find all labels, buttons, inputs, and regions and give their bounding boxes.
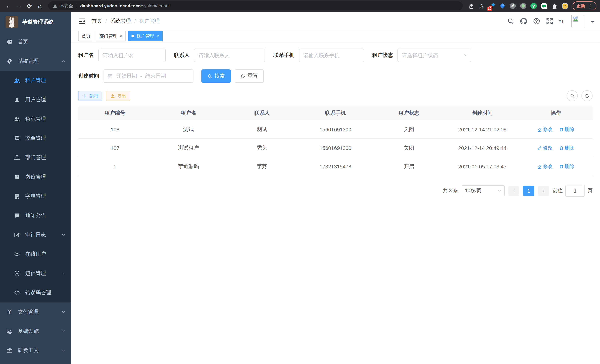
- contact-input[interactable]: [194, 49, 265, 62]
- cell-status: 关闭: [372, 139, 446, 157]
- avatar-caret-icon[interactable]: [591, 21, 594, 24]
- browser-reload-button[interactable]: ⟳: [25, 1, 34, 11]
- date-end-placeholder[interactable]: 结束日期: [145, 73, 166, 79]
- phone-input[interactable]: [299, 49, 364, 62]
- cell-tenant-id: 108: [78, 120, 152, 139]
- table-toolbar: 新增 导出: [78, 90, 593, 101]
- browser-home-button[interactable]: ⌂: [35, 1, 45, 11]
- cell-tenant-id: 1: [78, 157, 152, 176]
- browser-forward-button[interactable]: →: [14, 1, 24, 11]
- status-select-input[interactable]: [397, 49, 471, 62]
- date-start-placeholder[interactable]: 开始日期: [116, 73, 137, 79]
- help-question-icon[interactable]: [533, 18, 540, 25]
- sidebar-item-system[interactable]: 系统管理: [0, 52, 71, 71]
- breadcrumb-home[interactable]: 首页: [92, 18, 102, 25]
- content-area: 租户名 联系人 联系手机 租户状态: [71, 42, 600, 364]
- export-button[interactable]: 导出: [106, 91, 130, 101]
- user-avatar[interactable]: [572, 15, 584, 28]
- add-button[interactable]: 新增: [78, 91, 103, 101]
- search-icon[interactable]: [507, 18, 514, 25]
- github-icon[interactable]: [520, 18, 527, 25]
- breadcrumb-system[interactable]: 系统管理: [110, 18, 131, 25]
- browser-back-button[interactable]: ←: [4, 1, 13, 11]
- filter-row-2: 创建时间 开始日期 - 结束日期 搜索 重置: [78, 69, 593, 83]
- screen: ← → ⟳ ⌂ 不安全 dashboard.yudao.iocoder.cn /…: [0, 0, 600, 364]
- sidebar-item-menu[interactable]: 菜单管理: [0, 129, 71, 148]
- sidebar-item-notice[interactable]: 通知公告: [0, 206, 71, 225]
- delete-link[interactable]: 删除: [559, 163, 574, 170]
- sidebar-item-sms[interactable]: 短信管理: [0, 264, 71, 283]
- profile-avatar-icon[interactable]: [561, 2, 568, 10]
- extension-chat-icon[interactable]: [540, 2, 548, 10]
- sidebar-item-error-code[interactable]: 错误码管理: [0, 283, 71, 302]
- extensions-puzzle-icon[interactable]: [551, 2, 558, 10]
- page-unit-label: 页: [588, 187, 593, 194]
- sidebar-item-infrastructure[interactable]: 基础设施: [0, 322, 71, 341]
- extension-y-icon[interactable]: y: [530, 2, 537, 10]
- edit-link[interactable]: 修改: [537, 145, 553, 151]
- sidebar-item-dept[interactable]: 部门管理: [0, 148, 71, 167]
- extension-command-icon[interactable]: ⌘: [509, 2, 516, 10]
- fullscreen-icon[interactable]: [546, 18, 553, 25]
- audit-log-icon: [14, 232, 20, 238]
- chevron-down-icon: [497, 189, 501, 193]
- url-domain: dashboard.yudao.iocoder.cn: [80, 3, 141, 9]
- delete-link[interactable]: 删除: [559, 126, 574, 133]
- filter-contact: 联系人: [174, 49, 265, 62]
- col-contact: 联系人: [225, 106, 299, 120]
- search-button[interactable]: 搜索: [201, 69, 231, 83]
- sidebar-item-tenant[interactable]: 租户管理: [0, 71, 71, 90]
- next-page-button[interactable]: [538, 186, 549, 196]
- close-icon[interactable]: ×: [156, 34, 159, 38]
- sidebar-item-label: 支付管理: [18, 309, 56, 315]
- reset-button[interactable]: 重置: [234, 69, 264, 83]
- page-size-select[interactable]: 10条/页: [462, 185, 505, 196]
- cell-contact: 秃头: [225, 139, 299, 157]
- sidebar-item-role[interactable]: 角色管理: [0, 110, 71, 129]
- cell-created: 2021-01-05 17:03:47: [446, 157, 519, 176]
- sidebar-item-online-users[interactable]: 在线用户: [0, 244, 71, 264]
- sidebar-item-post[interactable]: 岗位管理: [0, 167, 71, 187]
- tab-tenant[interactable]: 租户管理 ×: [128, 31, 162, 41]
- delete-link[interactable]: 删除: [559, 145, 574, 151]
- app-logo[interactable]: 芋道管理系统: [0, 12, 71, 32]
- sidebar-item-dict[interactable]: 字典管理: [0, 187, 71, 206]
- refresh-icon: [240, 74, 245, 78]
- sidebar-item-devtools[interactable]: 研发工具: [0, 341, 71, 360]
- tab-dept[interactable]: 部门管理 ×: [96, 31, 126, 41]
- hide-search-button[interactable]: [567, 90, 578, 101]
- browser-update-button[interactable]: 更新 ⋮: [572, 1, 596, 10]
- extension-green-dot-icon[interactable]: [519, 2, 527, 10]
- page-number-1[interactable]: 1: [523, 186, 534, 196]
- refresh-table-button[interactable]: [581, 90, 593, 101]
- close-icon[interactable]: ×: [120, 34, 122, 38]
- date-range-picker[interactable]: 开始日期 - 结束日期: [103, 69, 193, 83]
- address-bar[interactable]: 不安全 dashboard.yudao.iocoder.cn /system/t…: [48, 1, 463, 10]
- text-size-icon[interactable]: tT: [559, 18, 564, 24]
- status-select[interactable]: [397, 49, 471, 62]
- edit-link[interactable]: 修改: [537, 163, 553, 170]
- sidebar-fold-icon[interactable]: [78, 18, 85, 25]
- prev-page-button[interactable]: [508, 186, 519, 196]
- extension-gem-icon[interactable]: [499, 2, 506, 10]
- extension-raycast-icon[interactable]: 10: [488, 2, 496, 10]
- pagination: 共 3 条 10条/页 1 前往 页: [78, 185, 593, 197]
- chevron-down-icon: [61, 348, 66, 353]
- tab-home[interactable]: 首页: [78, 31, 94, 41]
- browser-menu-icon[interactable]: ⋮: [588, 3, 593, 9]
- sidebar-item-user[interactable]: 用户管理: [0, 90, 71, 110]
- sidebar-item-audit-log[interactable]: 审计日志: [0, 225, 71, 244]
- filter-status: 租户状态: [372, 49, 471, 62]
- share-icon[interactable]: [466, 1, 476, 11]
- col-tenant-name: 租户名: [152, 106, 225, 120]
- goto-page-input[interactable]: [565, 185, 585, 197]
- edit-link[interactable]: 修改: [537, 126, 553, 133]
- add-button-label: 新增: [89, 93, 98, 99]
- logo-image: [6, 16, 18, 28]
- tenant-name-input[interactable]: [98, 49, 166, 62]
- filter-row-1: 租户名 联系人 联系手机 租户状态: [78, 49, 593, 62]
- sidebar-item-payment[interactable]: ¥ 支付管理: [0, 302, 71, 322]
- bookmark-star-icon[interactable]: ☆: [477, 1, 487, 11]
- col-phone: 联系手机: [299, 106, 372, 120]
- sidebar-item-home[interactable]: 首页: [0, 32, 71, 52]
